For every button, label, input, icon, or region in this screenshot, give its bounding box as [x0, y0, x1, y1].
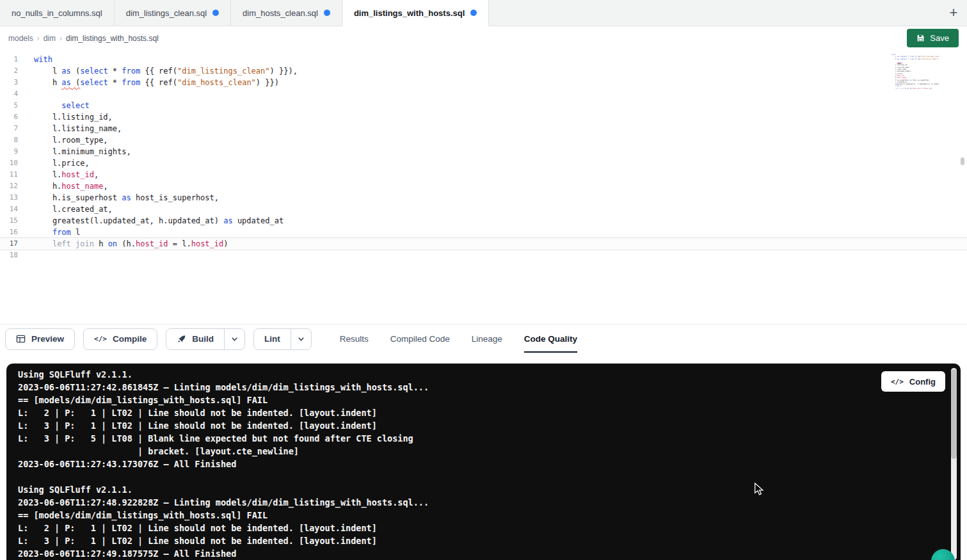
line-number: 2 [0, 65, 18, 77]
line-number: 10 [0, 157, 18, 169]
code-editor[interactable]: 1with2 l as (select * from {{ ref("dim_l… [0, 50, 967, 324]
line-number: 17 [0, 238, 18, 250]
terminal-panel: Using SQLFluff v2.1.1.2023-06-06T11:27:4… [6, 364, 961, 560]
code-line[interactable]: 12 h.host_name, [0, 180, 967, 192]
line-number: 11 [0, 169, 18, 180]
preview-table-icon [16, 334, 26, 344]
result-tab-code-quality[interactable]: Code Quality [524, 324, 577, 353]
terminal-line: L: 2 | P: 1 | LT02 | Line should not be … [18, 522, 961, 534]
code-icon: </> [891, 378, 904, 386]
code-line[interactable]: 3 h as (select * from {{ ref("dim_hosts_… [0, 77, 967, 88]
save-label: Save [930, 33, 949, 43]
code-line[interactable]: 5 select [0, 100, 967, 111]
breadcrumb-bar: models›dim›dim_listings_with_hosts.sql S… [0, 26, 967, 50]
line-number: 8 [0, 134, 18, 146]
line-number: 9 [0, 146, 18, 157]
terminal-line: Using SQLFluff v2.1.1. [18, 368, 961, 381]
terminal-line: 2023-06-06T11:27:42.861845Z — Linting mo… [18, 381, 961, 394]
tab-label: no_nulls_in_columns.sql [12, 8, 102, 18]
code-line[interactable]: 4 [0, 88, 967, 100]
terminal-scrollbar-thumb[interactable] [951, 369, 957, 459]
lint-label: Lint [264, 334, 280, 344]
editor-tab[interactable]: no_nulls_in_columns.sql [0, 0, 115, 26]
code-line[interactable]: 2 l as (select * from {{ ref("dim_listin… [0, 65, 967, 77]
line-number: 7 [0, 123, 18, 134]
line-number: 6 [0, 111, 18, 123]
terminal-line: Using SQLFluff v2.1.1. [18, 483, 961, 496]
terminal-line: == [models/dim/dim_listings_with_hosts.s… [18, 394, 961, 406]
code-line[interactable]: 18 [0, 250, 967, 261]
compile-button[interactable]: </> Compile [83, 328, 157, 350]
code-line[interactable]: 17 left join h on (h.host_id = l.host_id… [0, 238, 967, 250]
code-lines: 1with2 l as (select * from {{ ref("dim_l… [0, 50, 967, 261]
code-line[interactable]: 16 from l [0, 227, 967, 238]
code-line[interactable]: 6 l.listing_id, [0, 111, 967, 123]
lint-button[interactable]: Lint [253, 328, 291, 350]
code-line[interactable]: 1with [0, 54, 967, 65]
build-dropdown-button[interactable] [224, 328, 245, 350]
chevron-down-icon [231, 335, 238, 342]
result-tab-results[interactable]: Results [340, 324, 369, 353]
code-line[interactable]: 11 l.host_id, [0, 169, 967, 180]
new-tab-button[interactable]: + [940, 0, 967, 26]
breadcrumb-item[interactable]: dim_listings_with_hosts.sql [66, 34, 159, 43]
line-number: 13 [0, 192, 18, 204]
code-icon: </> [94, 335, 107, 343]
terminal-scrollbar[interactable] [951, 368, 957, 560]
terminal-line [18, 470, 961, 483]
compile-label: Compile [113, 334, 147, 344]
terminal-line: 2023-06-06T11:27:49.187575Z — All Finish… [18, 547, 961, 560]
breadcrumb-item[interactable]: models [8, 34, 33, 43]
save-icon [916, 34, 925, 42]
terminal-line: | bracket. [layout.cte_newline] [18, 445, 961, 458]
result-tabs: ResultsCompiled CodeLineageCode Quality [340, 324, 577, 353]
lint-split-button: Lint [253, 328, 312, 350]
terminal-line: L: 2 | P: 1 | LT02 | Line should not be … [18, 406, 961, 419]
result-tab-lineage[interactable]: Lineage [472, 324, 502, 353]
terminal-line: L: 3 | P: 1 | LT02 | Line should not be … [18, 419, 961, 432]
terminal-line: == [models/dim/dim_listings_with_hosts.s… [18, 509, 961, 522]
tab-label: dim_listings_clean.sql [126, 8, 207, 18]
config-button[interactable]: </> Config [881, 371, 945, 392]
code-line[interactable]: 15 greatest(l.updated_at, h.updated_at) … [0, 215, 967, 227]
terminal-output: Using SQLFluff v2.1.1.2023-06-06T11:27:4… [18, 368, 961, 560]
line-number: 5 [0, 100, 18, 111]
config-label: Config [909, 377, 936, 387]
save-button[interactable]: Save [907, 29, 959, 47]
preview-label: Preview [31, 334, 64, 344]
tab-label: dim_hosts_clean.sql [243, 8, 318, 18]
line-number: 3 [0, 77, 18, 88]
code-line[interactable]: 8 l.room_type, [0, 134, 967, 146]
code-line[interactable]: 10 l.price, [0, 157, 967, 169]
line-number: 4 [0, 88, 18, 100]
breadcrumb: models›dim›dim_listings_with_hosts.sql [8, 34, 159, 43]
chevron-down-icon [298, 335, 305, 342]
build-label: Build [192, 334, 214, 344]
build-button[interactable]: Build [166, 328, 225, 350]
editor-tab[interactable]: dim_listings_with_hosts.sql [342, 0, 489, 26]
line-number: 12 [0, 180, 18, 192]
editor-scrollbar-thumb[interactable] [961, 157, 964, 165]
code-line[interactable]: 7 l.listing_name, [0, 123, 967, 134]
code-line[interactable]: 13 h.is_superhost as host_is_superhost, [0, 192, 967, 204]
rocket-icon [177, 334, 186, 344]
code-line[interactable]: 14 l.created_at, [0, 204, 967, 215]
terminal-line: L: 3 | P: 5 | LT08 | Blank line expected… [18, 432, 961, 445]
action-toolbar: Preview </> Compile Build Lint [0, 324, 967, 353]
line-number: 16 [0, 227, 18, 238]
terminal-line: 2023-06-06T11:27:48.922828Z — Linting mo… [18, 496, 961, 509]
code-line[interactable]: 9 l.minimum_nights, [0, 146, 967, 157]
build-split-button: Build [166, 328, 245, 350]
editor-tab[interactable]: dim_listings_clean.sql [115, 0, 231, 26]
result-tab-compiled-code[interactable]: Compiled Code [390, 324, 450, 353]
minimap[interactable]: with l as (select * from {{ ref("dim_lis… [891, 54, 939, 92]
editor-scrollbar[interactable] [960, 50, 965, 324]
lint-dropdown-button[interactable] [291, 328, 312, 350]
editor-tab[interactable]: dim_hosts_clean.sql [231, 0, 342, 26]
ide-window: no_nulls_in_columns.sqldim_listings_clea… [0, 0, 967, 560]
breadcrumb-separator: › [37, 34, 40, 43]
breadcrumb-item[interactable]: dim [44, 34, 56, 43]
preview-button[interactable]: Preview [5, 328, 75, 350]
terminal-line: 2023-06-06T11:27:43.173076Z — All Finish… [18, 458, 961, 470]
line-number: 1 [0, 54, 18, 65]
